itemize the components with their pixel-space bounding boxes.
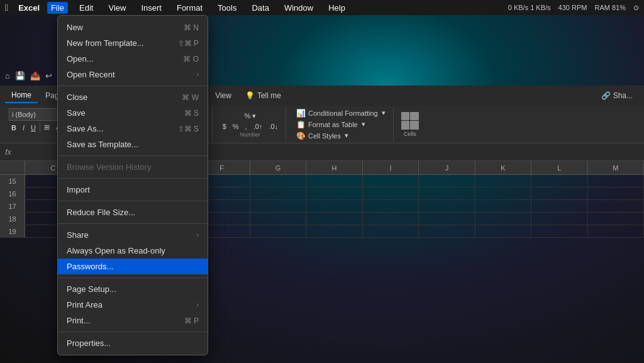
menu-import[interactable]: Import — [58, 182, 208, 198]
menu-share-label: Share — [67, 230, 89, 240]
menu-edit[interactable]: Edit — [75, 2, 97, 14]
menu-section-7: Page Setup... Print Area › Print... ⌘ P — [58, 280, 208, 330]
menu-new-label: New — [67, 23, 83, 32]
app-name: Excel — [18, 3, 40, 13]
menu-save-as-label: Save As... — [67, 124, 104, 133]
divider-6 — [58, 277, 208, 278]
menu-tools[interactable]: Tools — [214, 2, 240, 14]
system-stats: 0 KB/s 1 KB/s 430 RPM RAM 81% ⊙ — [508, 4, 639, 12]
menu-print-label: Print... — [67, 316, 91, 325]
menu-file[interactable]: File — [47, 2, 68, 14]
menu-view[interactable]: View — [104, 2, 130, 14]
menu-section-5: Reduce File Size... — [58, 203, 208, 221]
network-stat: 0 KB/s 1 KB/s — [508, 4, 551, 11]
menu-new-from-template[interactable]: New from Template... ⇧⌘ P — [58, 35, 208, 51]
menu-window[interactable]: Window — [280, 2, 317, 14]
menu-read-only-label: Always Open as Read-only — [67, 246, 165, 255]
menu-browse-history-label: Browse Version History — [67, 162, 151, 172]
menu-insert[interactable]: Insert — [137, 2, 165, 14]
menu-reduce-size-label: Reduce File Size... — [67, 208, 135, 217]
menu-save-shortcut: ⌘ S — [184, 109, 199, 118]
menu-close[interactable]: Close ⌘ W — [58, 89, 208, 105]
apple-icon[interactable]:  — [5, 3, 8, 13]
file-menu: New ⌘ N New from Template... ⇧⌘ P Open..… — [57, 15, 208, 355]
divider-2 — [58, 155, 208, 156]
divider-1 — [58, 86, 208, 86]
menu-help[interactable]: Help — [325, 2, 349, 14]
menu-section-2: Close ⌘ W Save ⌘ S Save As... ⇧⌘ S Save … — [58, 88, 208, 154]
menu-section-8: Properties... — [58, 334, 208, 352]
menu-properties-label: Properties... — [67, 338, 111, 348]
open-recent-chevron: › — [197, 71, 199, 78]
menu-reduce-size[interactable]: Reduce File Size... — [58, 204, 208, 220]
divider-4 — [58, 201, 208, 201]
menu-new-shortcut: ⌘ N — [184, 23, 199, 32]
menu-passwords-label: Passwords... — [67, 262, 113, 271]
menu-print-shortcut: ⌘ P — [184, 316, 199, 325]
menu-passwords[interactable]: Passwords... — [58, 259, 208, 274]
dropdown-overlay: New ⌘ N New from Template... ⇧⌘ P Open..… — [0, 15, 644, 363]
menu-new-template-shortcut: ⇧⌘ P — [178, 39, 199, 48]
menu-print-area-label: Print Area — [67, 300, 103, 310]
menu-save-as-shortcut: ⇧⌘ S — [178, 125, 199, 133]
menu-save-template-label: Save as Template... — [67, 140, 138, 149]
menu-browse-history: Browse Version History — [58, 159, 208, 175]
menu-section-1: New ⌘ N New from Template... ⇧⌘ P Open..… — [58, 18, 208, 84]
menu-open-label: Open... — [67, 54, 94, 64]
menu-close-shortcut: ⌘ W — [182, 93, 199, 102]
menu-save-label: Save — [67, 108, 86, 118]
menu-data[interactable]: Data — [248, 2, 272, 14]
menu-section-3: Browse Version History — [58, 158, 208, 176]
menu-save-as[interactable]: Save As... ⇧⌘ S — [58, 121, 208, 137]
ram-stat: RAM 81% — [594, 4, 626, 11]
menu-import-label: Import — [67, 185, 90, 194]
print-area-chevron: › — [197, 301, 199, 308]
menu-always-read-only[interactable]: Always Open as Read-only — [58, 243, 208, 259]
divider-3 — [58, 178, 208, 179]
menu-new[interactable]: New ⌘ N — [58, 20, 208, 35]
menu-open[interactable]: Open... ⌘ O — [58, 51, 208, 67]
menu-print-area[interactable]: Print Area › — [58, 297, 208, 313]
menu-print[interactable]: Print... ⌘ P — [58, 313, 208, 328]
menu-save[interactable]: Save ⌘ S — [58, 105, 208, 121]
menu-section-4: Import — [58, 181, 208, 199]
menu-new-template-label: New from Template... — [67, 38, 144, 48]
divider-7 — [58, 332, 208, 332]
menu-share[interactable]: Share › — [58, 227, 208, 243]
menu-page-setup-label: Page Setup... — [67, 284, 116, 294]
menu-page-setup[interactable]: Page Setup... — [58, 281, 208, 297]
menu-close-label: Close — [67, 92, 87, 102]
menu-open-recent-label: Open Recent — [67, 70, 115, 79]
menu-save-as-template[interactable]: Save as Template... — [58, 137, 208, 152]
menu-properties[interactable]: Properties... — [58, 335, 208, 351]
mac-menubar:  Excel File Edit View Insert Format Too… — [0, 0, 644, 15]
control-center-icon[interactable]: ⊙ — [633, 4, 639, 12]
divider-5 — [58, 223, 208, 224]
rpm-stat: 430 RPM — [558, 4, 587, 11]
menu-section-6: Share › Always Open as Read-only Passwor… — [58, 226, 208, 276]
menu-open-recent[interactable]: Open Recent › — [58, 67, 208, 82]
menu-open-shortcut: ⌘ O — [183, 55, 199, 64]
menu-format[interactable]: Format — [173, 2, 206, 14]
share-chevron: › — [197, 232, 199, 238]
